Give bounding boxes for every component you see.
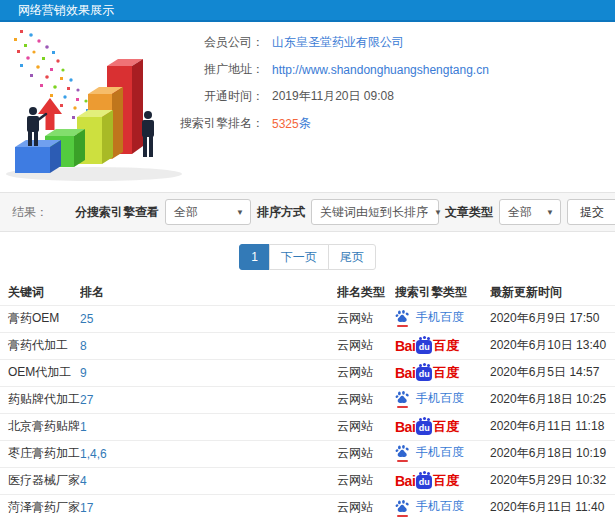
filter-controls: 分搜索引擎查看 全部 ▼ 排序方式 关键词由短到长排序 ▼ 文章类型 全部 ▼ …	[75, 199, 615, 225]
company-link[interactable]: 山东皇圣堂药业有限公司	[272, 34, 404, 51]
page-last-button[interactable]: 尾页	[328, 244, 376, 270]
info-row-rank-count: 搜索引擎排名： 5325条	[178, 110, 489, 137]
column-header-keyword: 关键词	[0, 280, 80, 305]
table-row: 北京膏药贴牌 1 云网站 Bai du 百度 2020年6月11日 11:18	[0, 413, 615, 440]
baidu-logo: Bai du 百度	[395, 472, 459, 490]
rank-cell[interactable]: 27	[80, 386, 337, 413]
article-type-select[interactable]: 全部 ▼	[499, 199, 561, 225]
mobile-baidu-icon	[395, 444, 411, 460]
baidu-logo-cn: 百度	[433, 364, 459, 382]
chevron-down-icon: ▼	[236, 208, 244, 217]
engine-cell: Bai du 百度	[395, 467, 490, 494]
column-header-engine: 搜索引擎类型	[395, 280, 490, 305]
baidu-logo-du: du	[419, 369, 430, 379]
page-title-bar: 网络营销效果展示	[0, 0, 615, 22]
mobile-baidu-underline	[397, 325, 408, 327]
baidu-logo-cn: 百度	[433, 472, 459, 490]
rank-count-label: 搜索引擎排名：	[178, 115, 264, 132]
keyword-cell: 膏药OEM	[0, 305, 80, 332]
rank-count-value: 5325	[272, 117, 299, 131]
chevron-down-icon: ▼	[434, 208, 442, 217]
mobile-baidu-label: 手机百度	[416, 309, 464, 326]
rank-cell[interactable]: 1,4,6	[80, 440, 337, 467]
info-row-url: 推广地址： http://www.shandonghuangshengtang.…	[178, 56, 489, 83]
updated-cell: 2020年6月11日 11:40	[490, 494, 615, 520]
keyword-cell: 枣庄膏药加工	[0, 440, 80, 467]
baidu-logo-cn: 百度	[433, 418, 459, 436]
baidu-paw-dots-icon	[419, 337, 422, 340]
table-row: 菏泽膏药厂家 17 云网站 手机百度 2020年6月11日 11:40	[0, 494, 615, 520]
engine-cell: 手机百度	[395, 386, 490, 413]
filter-bar: 结果： 分搜索引擎查看 全部 ▼ 排序方式 关键词由短到长排序 ▼ 文章类型 全…	[0, 192, 615, 232]
rank-cell[interactable]: 17	[80, 494, 337, 520]
baidu-paw-dots-icon	[419, 418, 422, 421]
baidu-paw-badge: du	[416, 340, 432, 354]
mobile-baidu-icon	[395, 309, 411, 325]
page-next-button[interactable]: 下一页	[269, 244, 329, 270]
updated-cell: 2020年6月18日 10:25	[490, 386, 615, 413]
page-title: 网络营销效果展示	[18, 3, 114, 17]
rank-type-cell: 云网站	[337, 467, 395, 494]
updated-cell: 2020年6月9日 17:50	[490, 305, 615, 332]
mobile-baidu-icon	[395, 499, 411, 515]
member-info-section: 会员公司： 山东皇圣堂药业有限公司 推广地址： http://www.shand…	[0, 22, 615, 192]
table-row: 膏药OEM 25 云网站 手机百度 2020年6月9日 17:50	[0, 305, 615, 332]
pagination: 1 下一页 尾页	[0, 244, 615, 270]
page-current[interactable]: 1	[239, 244, 270, 270]
baidu-logo-bai: Bai	[395, 338, 415, 354]
column-header-updated: 最新更新时间	[490, 280, 615, 305]
mobile-baidu-badge: 手机百度	[395, 309, 464, 326]
rank-count-suffix: 条	[299, 115, 311, 132]
info-row-company: 会员公司： 山东皇圣堂药业有限公司	[178, 29, 489, 56]
engine-cell: Bai du 百度	[395, 413, 490, 440]
baidu-logo-bai: Bai	[395, 419, 415, 435]
up-arrow	[38, 98, 62, 130]
sort-select[interactable]: 关键词由短到长排序 ▼	[311, 199, 439, 225]
mobile-baidu-badge: 手机百度	[395, 390, 464, 407]
rank-type-cell: 云网站	[337, 359, 395, 386]
updated-cell: 2020年6月10日 13:40	[490, 332, 615, 359]
updated-cell: 2020年6月11日 11:18	[490, 413, 615, 440]
rank-cell[interactable]: 4	[80, 467, 337, 494]
keyword-cell: 医疗器械厂家	[0, 467, 80, 494]
rank-type-cell: 云网站	[337, 440, 395, 467]
bar-chart-illustration	[2, 24, 187, 184]
keyword-cell: OEM代加工	[0, 359, 80, 386]
mobile-baidu-badge: 手机百度	[395, 498, 464, 515]
rank-cell[interactable]: 9	[80, 359, 337, 386]
baidu-paw-badge: du	[416, 367, 432, 381]
baidu-logo: Bai du 百度	[395, 418, 459, 436]
open-time-value: 2019年11月20日 09:08	[272, 88, 394, 105]
rank-cell[interactable]: 1	[80, 413, 337, 440]
column-header-rank-type: 排名类型	[337, 280, 395, 305]
baidu-paw-badge: du	[416, 421, 432, 435]
rank-type-cell: 云网站	[337, 305, 395, 332]
rank-type-cell: 云网站	[337, 413, 395, 440]
rank-cell[interactable]: 25	[80, 305, 337, 332]
sort-select-value: 关键词由短到长排序	[320, 204, 428, 221]
rank-cell[interactable]: 8	[80, 332, 337, 359]
engine-select[interactable]: 全部 ▼	[165, 199, 251, 225]
baidu-paw-badge: du	[416, 475, 432, 489]
mobile-baidu-badge: 手机百度	[395, 444, 464, 461]
mobile-baidu-underline	[397, 515, 408, 517]
article-type-value: 全部	[508, 204, 532, 221]
rank-type-cell: 云网站	[337, 494, 395, 520]
keyword-cell: 菏泽膏药厂家	[0, 494, 80, 520]
column-header-rank: 排名	[80, 280, 337, 305]
updated-cell: 2020年6月18日 10:19	[490, 440, 615, 467]
mobile-baidu-icon	[395, 390, 411, 406]
submit-button[interactable]: 提交	[567, 199, 615, 225]
engine-cell: 手机百度	[395, 494, 490, 520]
keyword-cell: 膏药代加工	[0, 332, 80, 359]
promo-url-link[interactable]: http://www.shandonghuangshengtang.cn	[272, 63, 489, 77]
engine-select-value: 全部	[174, 204, 198, 221]
updated-cell: 2020年6月5日 14:57	[490, 359, 615, 386]
businessman-right	[142, 111, 154, 157]
mobile-baidu-label: 手机百度	[416, 498, 464, 515]
baidu-logo-bai: Bai	[395, 473, 415, 489]
engine-cell: Bai du 百度	[395, 359, 490, 386]
mobile-baidu-label: 手机百度	[416, 390, 464, 407]
baidu-logo-bai: Bai	[395, 365, 415, 381]
table-row: 医疗器械厂家 4 云网站 Bai du 百度 2020年5月29日 10:32	[0, 467, 615, 494]
